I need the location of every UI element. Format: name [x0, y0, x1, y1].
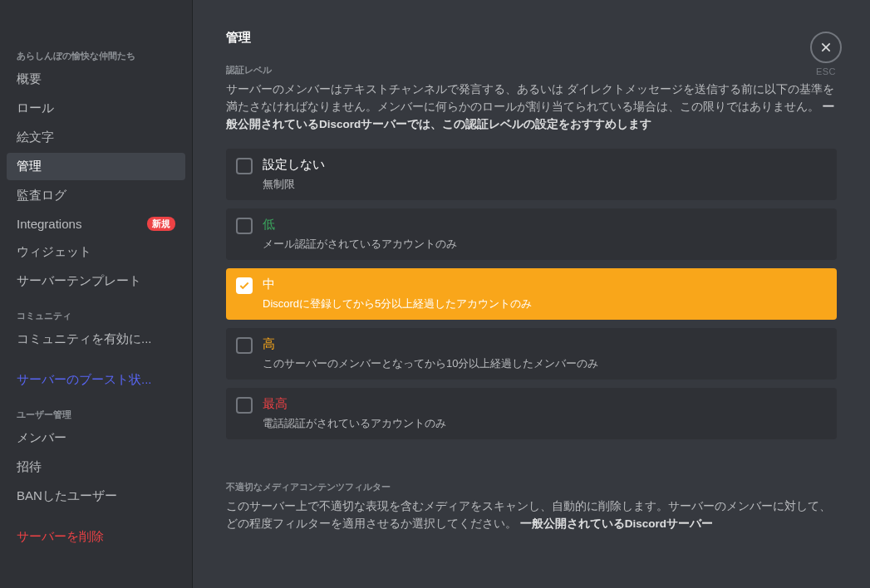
sidebar-item-label: サーバーのブースト状... — [17, 372, 152, 388]
verification-level-description: サーバーのメンバーはテキストチャンネルで発言する、あるいは ダイレクトメッセージ… — [226, 81, 837, 134]
sidebar-item-invites[interactable]: 招待 — [7, 453, 185, 481]
option-desc: Discordに登録してから5分以上経過したアカウントのみ — [263, 296, 532, 311]
sidebar-item-label: サーバーテンプレート — [17, 273, 141, 289]
verification-option-medium[interactable]: 中 Discordに登録してから5分以上経過したアカウントのみ — [226, 268, 837, 320]
verification-option-high[interactable]: 高 このサーバーのメンバーとなってから10分以上経過したメンバーのみ — [226, 328, 837, 380]
sidebar-item-label: 絵文字 — [17, 130, 54, 145]
sidebar-item-label: メンバー — [17, 430, 66, 446]
option-label: 中 — [263, 277, 532, 292]
sidebar-item-bans[interactable]: BANしたユーザー — [7, 483, 185, 510]
sidebar-item-server-template[interactable]: サーバーテンプレート — [7, 267, 185, 295]
sidebar-item-moderation[interactable]: 管理 — [7, 153, 185, 180]
option-desc: このサーバーのメンバーとなってから10分以上経過したメンバーのみ — [263, 356, 598, 371]
sidebar-item-label: BANしたユーザー — [17, 488, 117, 504]
sidebar-item-label: ウィジェット — [17, 244, 91, 260]
settings-sidebar: あらしんぼの愉快な仲間たち 概要 ロール 絵文字 管理 監査ログ Integra… — [0, 0, 193, 588]
settings-content: 管理 認証レベル サーバーのメンバーはテキストチャンネルで発言する、あるいは ダ… — [193, 0, 870, 588]
verification-level-header: 認証レベル — [226, 64, 837, 76]
media-filter-description: このサーバー上で不適切な表現を含むメディアをスキャンし、自動的に削除します。サー… — [226, 498, 837, 533]
sidebar-item-label: 監査ログ — [17, 188, 66, 203]
verification-option-highest[interactable]: 最高 電話認証がされているアカウントのみ — [226, 388, 837, 439]
checkbox-icon — [236, 158, 253, 174]
option-label: 設定しない — [263, 157, 325, 172]
option-desc: 電話認証がされているアカウントのみ — [263, 416, 446, 431]
option-label: 低 — [263, 217, 457, 232]
sidebar-item-overview[interactable]: 概要 — [7, 66, 185, 93]
checkbox-icon — [236, 337, 253, 354]
sidebar-item-enable-community[interactable]: コミュニティを有効に... — [7, 326, 185, 353]
option-label: 最高 — [263, 396, 446, 411]
new-badge: 新規 — [147, 217, 175, 231]
close-label: ESC — [810, 66, 842, 76]
option-label: 高 — [263, 336, 598, 351]
sidebar-item-audit-log[interactable]: 監査ログ — [7, 182, 185, 209]
sidebar-item-widget[interactable]: ウィジェット — [7, 238, 185, 266]
close-icon — [819, 41, 833, 54]
close-button[interactable] — [810, 32, 842, 63]
sidebar-item-server-boost[interactable]: サーバーのブースト状... — [7, 366, 185, 394]
community-header: コミュニティ — [7, 310, 185, 326]
sidebar-item-members[interactable]: メンバー — [7, 424, 185, 452]
text: サーバーのメンバーはテキストチャンネルで発言する、あるいは ダイレクトメッセージ… — [226, 83, 834, 113]
sidebar-item-label: Integrations — [17, 217, 81, 231]
sidebar-item-label: ロール — [17, 100, 54, 116]
verification-option-low[interactable]: 低 メール認証がされているアカウントのみ — [226, 208, 837, 260]
sidebar-item-label: コミュニティを有効に... — [17, 331, 152, 347]
sidebar-item-label: 招待 — [17, 459, 42, 475]
option-desc: 無制限 — [263, 177, 325, 192]
sidebar-item-roles[interactable]: ロール — [7, 95, 185, 122]
sidebar-item-label: 概要 — [17, 71, 42, 87]
sidebar-item-delete-server[interactable]: サーバーを削除 — [7, 523, 185, 551]
checkbox-icon — [236, 277, 253, 294]
media-filter-header: 不適切なメディアコンテンツフィルター — [226, 481, 837, 493]
sidebar-item-label: 管理 — [17, 159, 42, 174]
checkbox-icon — [236, 397, 253, 414]
sidebar-item-label: サーバーを削除 — [17, 529, 104, 545]
close-pane: ESC — [810, 32, 842, 76]
text-bold: 一般公開されているDiscordサーバー — [520, 517, 713, 530]
user-management-header: ユーザー管理 — [7, 409, 185, 424]
checkbox-icon — [236, 218, 253, 234]
option-desc: メール認証がされているアカウントのみ — [263, 237, 457, 252]
page-title: 管理 — [226, 30, 837, 46]
verification-option-none[interactable]: 設定しない 無制限 — [226, 149, 837, 200]
sidebar-item-emoji[interactable]: 絵文字 — [7, 124, 185, 151]
server-name-header: あらしんぼの愉快な仲間たち — [7, 50, 185, 66]
sidebar-item-integrations[interactable]: Integrations 新規 — [7, 211, 185, 237]
